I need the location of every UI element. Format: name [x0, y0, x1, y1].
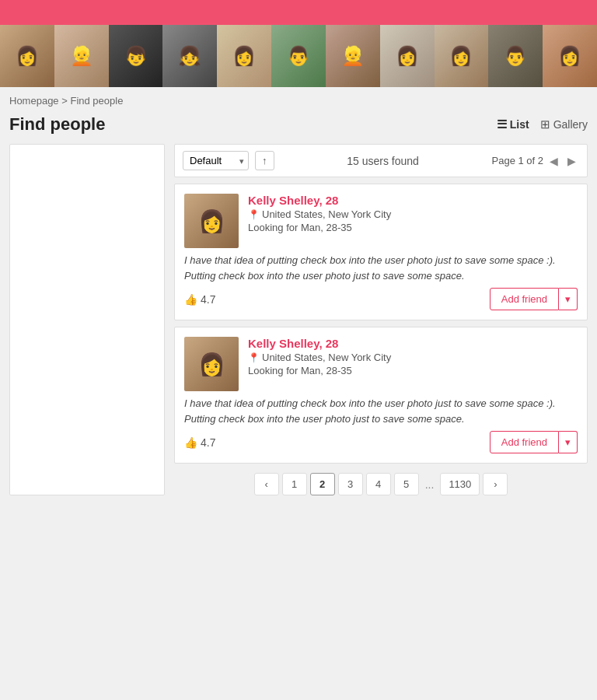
main-layout: Default Age Name Rating Distance ↑ 15 us… [0, 144, 597, 495]
pagination-next-button[interactable]: › [483, 473, 508, 495]
pagination-page-1[interactable]: 1 [282, 473, 307, 495]
gallery-view-button[interactable]: ⊞ Gallery [540, 117, 588, 131]
add-friend-group: Add friend ▾ [490, 288, 578, 310]
user-name-link[interactable]: Kelly Shelley, 28 [248, 194, 578, 207]
photo-slot: 👩 [0, 25, 54, 87]
page-header: Find people ☰ List ⊞ Gallery [0, 111, 597, 144]
photo-strip: 👩 👱 👦 👧 👩 👨 👱 👩 👩 👨 👩 [0, 25, 597, 87]
strip-avatar: 👩 [380, 25, 435, 87]
strip-avatar: 👦 [109, 25, 163, 87]
strip-avatar: 👧 [162, 25, 217, 87]
photo-slot: 👩 [543, 25, 597, 87]
list-view-label: List [510, 118, 529, 131]
strip-avatar: 👨 [488, 25, 543, 87]
strip-avatar: 👩 [217, 25, 271, 87]
gallery-icon: ⊞ [540, 117, 550, 131]
add-friend-group: Add friend ▾ [490, 431, 578, 453]
user-name-link[interactable]: Kelly Shelley, 28 [248, 337, 578, 350]
page-title: Find people [9, 114, 105, 135]
pagination: ‹ 1 2 3 4 5 ... 1130 › [174, 473, 588, 495]
photo-slot: 👧 [162, 25, 217, 87]
list-view-button[interactable]: ☰ List [497, 117, 529, 131]
user-card-footer: 👍 4.7 Add friend ▾ [184, 288, 578, 310]
user-looking-for: Looking for Man, 28-35 [248, 222, 578, 233]
location-pin-icon: 📍 [248, 352, 260, 363]
page-info-text: Page 1 of 2 [492, 155, 544, 166]
pagination-page-3[interactable]: 3 [338, 473, 363, 495]
sidebar [9, 144, 165, 495]
rating-value: 4.7 [201, 293, 215, 306]
toolbar-next-button[interactable]: ▶ [564, 153, 579, 169]
users-found-count: 15 users found [281, 155, 486, 167]
user-location: 📍 United States, New York City [248, 208, 578, 220]
strip-avatar: 👩 [543, 25, 597, 87]
strip-avatar: 👩 [435, 25, 489, 87]
user-bio: I have that idea of putting check box in… [184, 253, 578, 283]
user-info: Kelly Shelley, 28 📍 United States, New Y… [248, 194, 578, 248]
list-icon: ☰ [497, 117, 507, 131]
photo-slot: 👩 [217, 25, 271, 87]
rating-value: 4.7 [201, 436, 215, 449]
user-location: 📍 United States, New York City [248, 352, 578, 363]
strip-avatar: 👱 [54, 25, 109, 87]
user-card-top: 👩 Kelly Shelley, 28 📍 United States, New… [184, 337, 578, 391]
user-looking-for: Looking for Man, 28-35 [248, 365, 578, 376]
location-pin-icon: 📍 [248, 209, 260, 220]
add-friend-button[interactable]: Add friend [490, 431, 559, 453]
thumbsup-icon: 👍 [184, 436, 197, 449]
breadcrumb: Homepage > Find people [0, 87, 597, 111]
photo-slot: 👨 [488, 25, 543, 87]
add-friend-dropdown-button[interactable]: ▾ [559, 288, 578, 310]
photo-slot: 👱 [54, 25, 109, 87]
user-info: Kelly Shelley, 28 📍 United States, New Y… [248, 337, 578, 391]
content-area: Default Age Name Rating Distance ↑ 15 us… [174, 144, 588, 495]
pagination-page-4[interactable]: 4 [366, 473, 391, 495]
pagination-page-2[interactable]: 2 [310, 473, 335, 495]
user-rating: 👍 4.7 [184, 293, 215, 306]
pagination-last-page[interactable]: 1130 [440, 473, 480, 495]
photo-slot: 👩 [380, 25, 435, 87]
pagination-prev-button[interactable]: ‹ [254, 473, 279, 495]
user-card: 👩 Kelly Shelley, 28 📍 United States, New… [174, 184, 588, 320]
user-bio: I have that idea of putting check box in… [184, 396, 578, 426]
strip-avatar: 👨 [271, 25, 326, 87]
user-card-footer: 👍 4.7 Add friend ▾ [184, 431, 578, 453]
pagination-info: Page 1 of 2 ◀ ▶ [492, 153, 580, 169]
strip-avatar: 👩 [0, 25, 54, 87]
photo-slot: 👱 [326, 25, 380, 87]
toolbar: Default Age Name Rating Distance ↑ 15 us… [174, 144, 588, 177]
pagination-page-5[interactable]: 5 [394, 473, 419, 495]
sort-select[interactable]: Default Age Name Rating Distance [183, 151, 249, 170]
breadcrumb-current: Find people [70, 95, 123, 107]
add-friend-dropdown-button[interactable]: ▾ [559, 431, 578, 453]
user-card: 👩 Kelly Shelley, 28 📍 United States, New… [174, 327, 588, 464]
avatar: 👩 [184, 194, 239, 248]
strip-avatar: 👱 [326, 25, 380, 87]
toolbar-prev-button[interactable]: ◀ [546, 153, 561, 169]
pagination-ellipsis: ... [422, 474, 438, 495]
breadcrumb-separator: > [61, 95, 70, 107]
user-rating: 👍 4.7 [184, 436, 215, 449]
photo-slot: 👦 [109, 25, 163, 87]
avatar: 👩 [184, 337, 239, 391]
thumbsup-icon: 👍 [184, 293, 197, 306]
sort-select-wrapper: Default Age Name Rating Distance [183, 151, 249, 170]
user-card-top: 👩 Kelly Shelley, 28 📍 United States, New… [184, 194, 578, 248]
sort-asc-button[interactable]: ↑ [255, 151, 274, 170]
top-bar [0, 0, 597, 25]
breadcrumb-home-link[interactable]: Homepage [9, 95, 59, 107]
photo-slot: 👨 [271, 25, 326, 87]
add-friend-button[interactable]: Add friend [490, 288, 559, 310]
gallery-view-label: Gallery [553, 118, 588, 131]
photo-slot: 👩 [435, 25, 489, 87]
view-toggle: ☰ List ⊞ Gallery [497, 117, 588, 131]
